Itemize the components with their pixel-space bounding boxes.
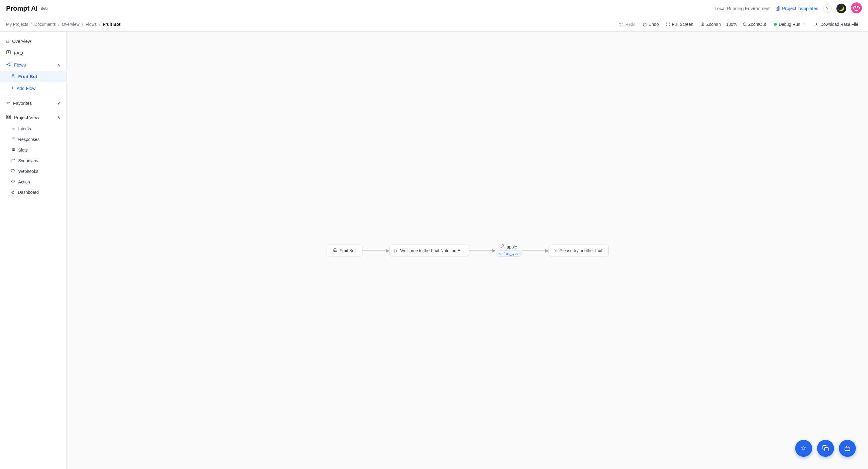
canvas-area[interactable]: Fruit Bot ▶ ▷ Welcome to the Fruit Nutri… xyxy=(67,32,868,469)
sidebar-item-faq[interactable]: FAQ xyxy=(0,47,66,59)
slot-node-icon xyxy=(500,244,505,250)
svg-rect-29 xyxy=(9,117,10,119)
faq-icon xyxy=(6,50,11,56)
sidebar-item-responses[interactable]: Responses xyxy=(0,134,66,145)
fab-star-button[interactable]: ☆ xyxy=(795,440,812,457)
fab-copy-button[interactable] xyxy=(817,440,834,457)
fab-container: ☆ xyxy=(795,440,856,457)
svg-rect-45 xyxy=(845,447,850,450)
sidebar-divider-2 xyxy=(0,110,66,110)
sidebar-item-fruit-bot[interactable]: Fruit Bot xyxy=(0,71,66,82)
fab-clipboard-icon xyxy=(822,445,829,452)
flow-end-node[interactable]: ▷ Please try another fruit! xyxy=(549,244,609,256)
sidebar-flows-header[interactable]: Flows ∧ xyxy=(0,59,66,71)
download-rasa-button[interactable]: Download Rasa File xyxy=(811,20,862,29)
sidebar-item-webhooks[interactable]: Webhooks xyxy=(0,166,66,176)
svg-rect-0 xyxy=(776,8,777,10)
breadcrumb-documents[interactable]: Documents xyxy=(34,22,56,27)
action-icon xyxy=(11,179,15,184)
plus-icon: + xyxy=(11,85,14,91)
favorites-chevron-down-icon: ∨ xyxy=(57,100,60,106)
flows-chevron-up-icon: ∧ xyxy=(57,62,60,68)
zoomout-button[interactable]: ZoomOut xyxy=(740,20,769,29)
sidebar-item-intents[interactable]: Intents xyxy=(0,123,66,134)
svg-rect-27 xyxy=(9,115,10,117)
svg-point-42 xyxy=(502,244,503,246)
fab-star-icon: ☆ xyxy=(801,444,807,452)
svg-point-7 xyxy=(859,7,860,9)
project-view-icon xyxy=(6,115,11,120)
sidebar-favorites-header[interactable]: ☆ Favorites ∨ xyxy=(0,97,66,109)
help-button[interactable]: ? xyxy=(823,4,832,13)
svg-line-24 xyxy=(8,65,10,66)
breadcrumb-overview[interactable]: Overview xyxy=(62,22,80,27)
redo-icon xyxy=(619,22,624,26)
local-env-link[interactable]: Local Running Environment xyxy=(715,6,771,11)
flow-start-node[interactable]: Fruit Bot xyxy=(326,244,363,256)
svg-point-20 xyxy=(7,64,8,65)
breadcrumb-flows[interactable]: Flows xyxy=(86,22,97,27)
arrow-3: ▶ xyxy=(545,247,549,253)
arrow-2: ▶ xyxy=(492,247,496,253)
svg-point-5 xyxy=(857,6,859,8)
message-node-label: Welcome to the Fruit Nutrition E... xyxy=(400,248,464,253)
breadcrumb-current: Fruit Bot xyxy=(102,22,120,27)
download-icon xyxy=(814,22,818,26)
breadcrumb-my-projects[interactable]: My Projects xyxy=(6,22,28,27)
fullscreen-button[interactable]: Full Screen xyxy=(663,20,696,29)
slot-badge-icon xyxy=(499,252,502,255)
top-nav: Prompt AI Beta Local Running Environment… xyxy=(0,0,868,17)
sidebar-project-view-header[interactable]: Project View ∧ xyxy=(0,112,66,123)
chevron-down-icon xyxy=(802,23,806,26)
slot-node-name: apple xyxy=(506,244,517,249)
flow-message-node[interactable]: ▷ Welcome to the Fruit Nutrition E... xyxy=(390,244,469,256)
svg-line-23 xyxy=(8,63,10,64)
toolbar: Redo Undo Full Screen ZoomIn 100% ZoomOu… xyxy=(616,20,862,29)
slots-icon xyxy=(11,147,15,152)
zoomin-button[interactable]: ZoomIn xyxy=(698,20,723,29)
redo-button[interactable]: Redo xyxy=(616,20,638,29)
avatar-icon xyxy=(851,2,862,13)
sidebar-item-slots[interactable]: Slots xyxy=(0,145,66,155)
bar-chart-icon xyxy=(775,6,780,11)
flow-slot-node[interactable]: apple fruit_type xyxy=(496,244,522,257)
slot-type-label: fruit_type xyxy=(503,252,518,256)
zoomin-icon xyxy=(701,22,705,26)
main-layout: ⌂ Overview FAQ Flows ∧ Fruit Bot xyxy=(0,32,868,469)
message-node-icon: ▷ xyxy=(395,248,398,253)
add-flow-button[interactable]: + Add Flow xyxy=(0,82,66,94)
svg-rect-2 xyxy=(778,6,779,10)
svg-point-21 xyxy=(9,63,10,63)
fab-bot-button[interactable] xyxy=(839,440,856,457)
zoom-level: 100% xyxy=(725,22,738,27)
end-node-icon: ▷ xyxy=(554,248,557,253)
debug-status-dot xyxy=(774,23,777,26)
sidebar-item-overview[interactable]: ⌂ Overview xyxy=(0,35,66,47)
svg-point-22 xyxy=(9,65,10,66)
favorites-icon: ☆ xyxy=(6,100,10,106)
undo-button[interactable]: Undo xyxy=(640,20,662,29)
arrow-1: ▶ xyxy=(386,247,390,253)
end-node-label: Please try another fruit! xyxy=(560,248,603,253)
connector-3: ▶ xyxy=(522,247,549,253)
start-node-label: Fruit Bot xyxy=(340,248,356,253)
svg-point-4 xyxy=(854,6,856,8)
zoomout-icon xyxy=(743,22,747,26)
sidebar-item-dashboard[interactable]: ⚙ Dashboard xyxy=(0,187,66,198)
theme-toggle-button[interactable]: 🌙 xyxy=(836,4,846,13)
slot-badge: fruit_type xyxy=(496,251,522,257)
undo-icon xyxy=(643,22,647,26)
svg-point-25 xyxy=(12,75,14,76)
flow-diagram: Fruit Bot ▶ ▷ Welcome to the Fruit Nutri… xyxy=(326,244,609,257)
sidebar-item-action[interactable]: Action xyxy=(0,176,66,187)
avatar[interactable] xyxy=(851,2,862,14)
sidebar-item-synonyms[interactable]: Synonyms xyxy=(0,155,66,166)
breadcrumb-sep-2: / xyxy=(58,22,60,27)
fruit-bot-icon xyxy=(11,74,15,79)
project-templates-link[interactable]: Project Templates xyxy=(775,6,818,11)
home-icon: ⌂ xyxy=(6,38,9,44)
svg-rect-28 xyxy=(7,117,8,119)
breadcrumb-sep-4: / xyxy=(99,22,100,27)
webhooks-icon xyxy=(11,169,15,174)
debug-run-button[interactable]: Debug Run xyxy=(770,20,809,29)
